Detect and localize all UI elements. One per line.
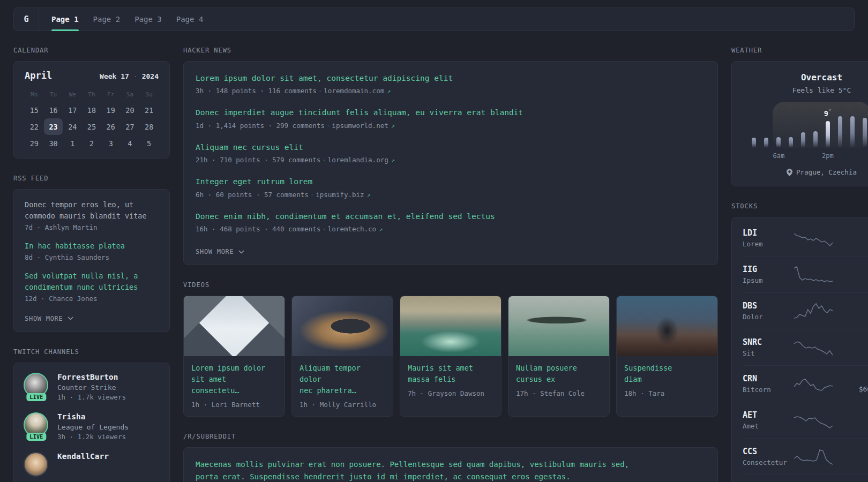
rss-item-title[interactable]: In hac habitasse platea bbox=[25, 240, 159, 252]
stock-row[interactable]: IIGIpsum+2.84%$42.04 bbox=[743, 256, 868, 292]
app-logo[interactable]: G bbox=[14, 8, 39, 31]
hacker-news-item-domain[interactable]: loremtech.co bbox=[328, 225, 376, 233]
tab-page-1[interactable]: Page 1 bbox=[51, 8, 79, 31]
hacker-news-item-domain[interactable]: ipsumify.biz bbox=[316, 191, 364, 199]
chevron-down-icon bbox=[238, 250, 244, 254]
rss-show-more-button[interactable]: SHOW MORE bbox=[25, 315, 73, 322]
stock-row[interactable]: DBSDolor+1.42%$156.28 bbox=[743, 292, 868, 329]
hacker-news-item-domain[interactable]: ipsumworld.net bbox=[332, 122, 388, 130]
calendar-day: 30 bbox=[44, 135, 63, 152]
weather-location[interactable]: Prague, Czechia bbox=[740, 168, 868, 176]
avatar bbox=[24, 452, 48, 477]
weather-bar bbox=[752, 138, 756, 148]
tab-page-3[interactable]: Page 3 bbox=[134, 8, 162, 31]
video-title[interactable]: Aliquam tempor dolor nec pharetra… bbox=[300, 363, 385, 396]
hacker-news-show-more-button[interactable]: SHOW MORE bbox=[196, 248, 244, 255]
hacker-news-item-domain[interactable]: loremdomain.com bbox=[324, 87, 384, 95]
external-link-icon: ↗ bbox=[387, 87, 391, 95]
stock-row[interactable]: SNRCSit+1.36%$148.64 bbox=[743, 329, 868, 365]
twitch-channel-info: ForrestBurtonCounter-Strike1h · 1.7k vie… bbox=[57, 373, 126, 401]
video-card[interactable]: Mauris sit amet massa felis7h · Grayson … bbox=[400, 296, 502, 417]
calendar-day: 25 bbox=[82, 118, 101, 135]
video-card-body: Nullam posuere cursus ex17h · Stefan Col… bbox=[508, 356, 609, 405]
hacker-news-item-title[interactable]: Lorem ipsum dolor sit amet, consectetur … bbox=[196, 72, 706, 84]
hacker-news-item-title[interactable]: Integer eget rutrum lorem bbox=[196, 176, 706, 187]
weather-section-label: WEATHER bbox=[731, 47, 868, 54]
hacker-news-item-stats: 3h · 148 points · 116 comments bbox=[196, 87, 317, 95]
tab-page-2[interactable]: Page 2 bbox=[93, 8, 121, 31]
hacker-news-item: Donec enim nibh, condimentum et accumsan… bbox=[196, 210, 706, 233]
tab-page-4[interactable]: Page 4 bbox=[176, 8, 204, 31]
rss-item-title[interactable]: Sed volutpat nulla nisl, a condimentum n… bbox=[25, 270, 159, 293]
video-title[interactable]: Lorem ipsum dolor sit amet consectetu… bbox=[191, 363, 277, 396]
video-card[interactable]: Nullam posuere cursus ex17h · Stefan Col… bbox=[508, 296, 610, 417]
middle-column: HACKER NEWS Lorem ipsum dolor sit amet, … bbox=[183, 47, 718, 482]
video-meta: 17h · Stefan Cole bbox=[516, 389, 602, 397]
weather-bar bbox=[838, 116, 842, 148]
twitch-channel[interactable]: KendallCarr bbox=[24, 452, 160, 477]
weather-bar bbox=[863, 118, 867, 148]
weather-feels-like: Feels like 5°C bbox=[740, 86, 868, 94]
rss-item: Sed volutpat nulla nisl, a condimentum n… bbox=[25, 270, 159, 303]
subreddit-post-title[interactable]: Maecenas mollis pulvinar erat non posuer… bbox=[196, 458, 706, 482]
video-title[interactable]: Suspendisse diam bbox=[624, 363, 710, 385]
calendar-day: 19 bbox=[101, 102, 121, 118]
stock-price: $148.64 bbox=[835, 349, 868, 357]
stock-name: Lorem bbox=[743, 240, 792, 248]
stock-values: +2.84%$42.04 bbox=[835, 265, 868, 284]
stock-change: -1.00% bbox=[835, 374, 868, 383]
stocks-card: LDILorem+4.35%$795.18IIGIpsum+2.84%$42.0… bbox=[731, 217, 868, 482]
video-title[interactable]: Mauris sit amet massa felis bbox=[408, 363, 493, 385]
twitch-channel[interactable]: LIVETrishaLeague of Legends3h · 1.2k vie… bbox=[24, 412, 160, 441]
twitch-channel-game: League of Legends bbox=[57, 423, 129, 431]
hacker-news-item-title[interactable]: Aliquam nec cursus elit bbox=[196, 141, 706, 153]
stock-symbol: CRN bbox=[743, 374, 792, 383]
video-card[interactable]: Lorem ipsum dolor sit amet consectetu…1h… bbox=[183, 296, 285, 417]
calendar-day-grid: 1516171819202122232425262728293012345 bbox=[25, 102, 159, 152]
video-card[interactable]: Aliquam tempor dolor nec pharetra…1h · M… bbox=[291, 296, 393, 417]
hacker-news-item-stats: 1d · 1,414 points · 299 comments bbox=[196, 122, 325, 130]
twitch-channel-viewers: 1h · 1.7k viewers bbox=[57, 393, 126, 401]
video-title[interactable]: Nullam posuere cursus ex bbox=[516, 363, 602, 385]
subreddit-card: Maecenas mollis pulvinar erat non posuer… bbox=[183, 447, 718, 482]
calendar-day: 16 bbox=[44, 102, 63, 118]
hacker-news-item-title[interactable]: Donec imperdiet augue tincidunt felis al… bbox=[196, 107, 706, 118]
weather-location-label: Prague, Czechia bbox=[796, 168, 857, 176]
weather-bar bbox=[776, 137, 781, 148]
twitch-section: TWITCH CHANNELS LIVEForrestBurtonCounter… bbox=[13, 348, 170, 482]
calendar-day: 4 bbox=[121, 135, 140, 152]
stock-values: +0.92%$499.72 bbox=[835, 411, 868, 430]
stock-info: LDILorem bbox=[743, 228, 792, 248]
stock-name: Consectetur bbox=[743, 458, 792, 466]
stock-row[interactable]: AETAmet+0.92%$499.72 bbox=[743, 402, 868, 438]
video-card-body: Lorem ipsum dolor sit amet consectetu…1h… bbox=[184, 356, 285, 416]
stock-symbol: DBS bbox=[743, 301, 792, 311]
rss-card: Donec tempor eros leo, ut commodo mauris… bbox=[13, 189, 170, 332]
hacker-news-item-list: Lorem ipsum dolor sit amet, consectetur … bbox=[196, 72, 706, 233]
twitch-channel[interactable]: LIVEForrestBurtonCounter-Strike1h · 1.7k… bbox=[24, 373, 160, 401]
stock-row[interactable]: LDILorem+4.35%$795.18 bbox=[743, 220, 868, 256]
twitch-avatar-wrap bbox=[24, 452, 49, 477]
rss-item-title[interactable]: Donec tempor eros leo, ut commodo mauris… bbox=[25, 199, 159, 222]
calendar-day: 17 bbox=[63, 102, 82, 118]
stock-symbol: AET bbox=[743, 410, 792, 420]
live-badge: LIVE bbox=[26, 393, 46, 401]
calendar-week-number: Week 17 bbox=[100, 72, 129, 80]
hacker-news-item-title[interactable]: Donec enim nibh, condimentum et accumsan… bbox=[196, 210, 706, 222]
calendar-day: 3 bbox=[101, 135, 121, 152]
weather-temp-label: 9° bbox=[824, 108, 832, 118]
video-card[interactable]: Suspendisse diam18h · Tara bbox=[616, 296, 718, 417]
calendar-year: 2024 bbox=[142, 72, 159, 80]
calendar-day: 2 bbox=[82, 135, 101, 152]
hacker-news-item-stats: 21h · 710 points · 579 comments bbox=[196, 156, 320, 164]
stock-row[interactable]: CCSConsectetur+0.51%$165.84 bbox=[743, 438, 868, 475]
video-thumbnail bbox=[508, 296, 609, 356]
stock-row[interactable]: CRNBitcorn-1.00%$66,171.48 bbox=[743, 365, 868, 402]
calendar-month: April bbox=[25, 70, 52, 81]
video-thumbnail bbox=[400, 296, 501, 356]
live-badge: LIVE bbox=[26, 433, 46, 441]
weather-temp-value: 9 bbox=[824, 109, 828, 117]
stock-row[interactable]: AHS+0.46% bbox=[743, 475, 868, 482]
stock-info: AETAmet bbox=[743, 410, 792, 430]
hacker-news-item-domain[interactable]: loremlandia.org bbox=[328, 156, 388, 164]
